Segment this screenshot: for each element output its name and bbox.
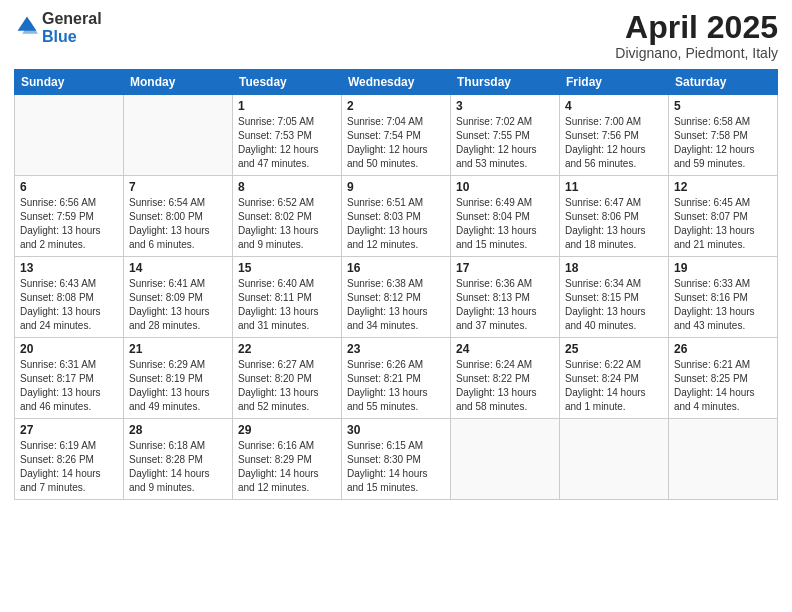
- day-cell-1-2: 8Sunrise: 6:52 AMSunset: 8:02 PMDaylight…: [233, 176, 342, 257]
- day-info: Sunrise: 6:26 AMSunset: 8:21 PMDaylight:…: [347, 358, 445, 414]
- day-cell-3-0: 20Sunrise: 6:31 AMSunset: 8:17 PMDayligh…: [15, 338, 124, 419]
- day-cell-3-2: 22Sunrise: 6:27 AMSunset: 8:20 PMDayligh…: [233, 338, 342, 419]
- day-cell-3-6: 26Sunrise: 6:21 AMSunset: 8:25 PMDayligh…: [669, 338, 778, 419]
- day-number: 26: [674, 342, 772, 356]
- day-number: 29: [238, 423, 336, 437]
- day-number: 12: [674, 180, 772, 194]
- col-wednesday: Wednesday: [342, 70, 451, 95]
- day-number: 30: [347, 423, 445, 437]
- day-number: 19: [674, 261, 772, 275]
- day-number: 20: [20, 342, 118, 356]
- day-info: Sunrise: 6:58 AMSunset: 7:58 PMDaylight:…: [674, 115, 772, 171]
- day-number: 1: [238, 99, 336, 113]
- day-info: Sunrise: 6:49 AMSunset: 8:04 PMDaylight:…: [456, 196, 554, 252]
- week-row-3: 13Sunrise: 6:43 AMSunset: 8:08 PMDayligh…: [15, 257, 778, 338]
- day-info: Sunrise: 6:33 AMSunset: 8:16 PMDaylight:…: [674, 277, 772, 333]
- day-info: Sunrise: 6:36 AMSunset: 8:13 PMDaylight:…: [456, 277, 554, 333]
- day-cell-3-1: 21Sunrise: 6:29 AMSunset: 8:19 PMDayligh…: [124, 338, 233, 419]
- day-info: Sunrise: 6:24 AMSunset: 8:22 PMDaylight:…: [456, 358, 554, 414]
- logo-icon: [16, 15, 38, 37]
- day-info: Sunrise: 6:18 AMSunset: 8:28 PMDaylight:…: [129, 439, 227, 495]
- day-info: Sunrise: 6:40 AMSunset: 8:11 PMDaylight:…: [238, 277, 336, 333]
- col-thursday: Thursday: [451, 70, 560, 95]
- day-cell-2-5: 18Sunrise: 6:34 AMSunset: 8:15 PMDayligh…: [560, 257, 669, 338]
- weekday-header-row: Sunday Monday Tuesday Wednesday Thursday…: [15, 70, 778, 95]
- day-cell-2-1: 14Sunrise: 6:41 AMSunset: 8:09 PMDayligh…: [124, 257, 233, 338]
- day-info: Sunrise: 6:38 AMSunset: 8:12 PMDaylight:…: [347, 277, 445, 333]
- day-cell-0-5: 4Sunrise: 7:00 AMSunset: 7:56 PMDaylight…: [560, 95, 669, 176]
- day-cell-0-1: [124, 95, 233, 176]
- day-info: Sunrise: 6:43 AMSunset: 8:08 PMDaylight:…: [20, 277, 118, 333]
- location: Divignano, Piedmont, Italy: [615, 45, 778, 61]
- day-number: 24: [456, 342, 554, 356]
- day-number: 2: [347, 99, 445, 113]
- day-info: Sunrise: 7:05 AMSunset: 7:53 PMDaylight:…: [238, 115, 336, 171]
- day-number: 4: [565, 99, 663, 113]
- day-number: 14: [129, 261, 227, 275]
- day-info: Sunrise: 6:29 AMSunset: 8:19 PMDaylight:…: [129, 358, 227, 414]
- day-cell-0-3: 2Sunrise: 7:04 AMSunset: 7:54 PMDaylight…: [342, 95, 451, 176]
- day-number: 16: [347, 261, 445, 275]
- day-cell-1-1: 7Sunrise: 6:54 AMSunset: 8:00 PMDaylight…: [124, 176, 233, 257]
- day-cell-3-5: 25Sunrise: 6:22 AMSunset: 8:24 PMDayligh…: [560, 338, 669, 419]
- day-number: 27: [20, 423, 118, 437]
- day-cell-1-0: 6Sunrise: 6:56 AMSunset: 7:59 PMDaylight…: [15, 176, 124, 257]
- day-info: Sunrise: 6:27 AMSunset: 8:20 PMDaylight:…: [238, 358, 336, 414]
- day-info: Sunrise: 6:51 AMSunset: 8:03 PMDaylight:…: [347, 196, 445, 252]
- day-info: Sunrise: 6:52 AMSunset: 8:02 PMDaylight:…: [238, 196, 336, 252]
- day-info: Sunrise: 6:34 AMSunset: 8:15 PMDaylight:…: [565, 277, 663, 333]
- col-friday: Friday: [560, 70, 669, 95]
- day-cell-1-5: 11Sunrise: 6:47 AMSunset: 8:06 PMDayligh…: [560, 176, 669, 257]
- week-row-5: 27Sunrise: 6:19 AMSunset: 8:26 PMDayligh…: [15, 419, 778, 500]
- day-cell-4-3: 30Sunrise: 6:15 AMSunset: 8:30 PMDayligh…: [342, 419, 451, 500]
- day-info: Sunrise: 6:15 AMSunset: 8:30 PMDaylight:…: [347, 439, 445, 495]
- day-number: 10: [456, 180, 554, 194]
- day-cell-4-1: 28Sunrise: 6:18 AMSunset: 8:28 PMDayligh…: [124, 419, 233, 500]
- day-info: Sunrise: 7:02 AMSunset: 7:55 PMDaylight:…: [456, 115, 554, 171]
- day-info: Sunrise: 6:31 AMSunset: 8:17 PMDaylight:…: [20, 358, 118, 414]
- month-title: April 2025: [615, 10, 778, 45]
- day-number: 5: [674, 99, 772, 113]
- title-block: April 2025 Divignano, Piedmont, Italy: [615, 10, 778, 61]
- day-number: 6: [20, 180, 118, 194]
- day-cell-3-3: 23Sunrise: 6:26 AMSunset: 8:21 PMDayligh…: [342, 338, 451, 419]
- day-number: 25: [565, 342, 663, 356]
- day-number: 11: [565, 180, 663, 194]
- day-cell-2-3: 16Sunrise: 6:38 AMSunset: 8:12 PMDayligh…: [342, 257, 451, 338]
- day-number: 28: [129, 423, 227, 437]
- day-cell-2-0: 13Sunrise: 6:43 AMSunset: 8:08 PMDayligh…: [15, 257, 124, 338]
- day-cell-0-4: 3Sunrise: 7:02 AMSunset: 7:55 PMDaylight…: [451, 95, 560, 176]
- logo-blue-text: Blue: [42, 28, 77, 45]
- day-cell-4-0: 27Sunrise: 6:19 AMSunset: 8:26 PMDayligh…: [15, 419, 124, 500]
- day-cell-4-4: [451, 419, 560, 500]
- logo-general-text: General: [42, 10, 102, 28]
- week-row-4: 20Sunrise: 6:31 AMSunset: 8:17 PMDayligh…: [15, 338, 778, 419]
- day-number: 22: [238, 342, 336, 356]
- day-number: 7: [129, 180, 227, 194]
- day-cell-4-5: [560, 419, 669, 500]
- day-number: 21: [129, 342, 227, 356]
- day-cell-2-2: 15Sunrise: 6:40 AMSunset: 8:11 PMDayligh…: [233, 257, 342, 338]
- day-cell-1-3: 9Sunrise: 6:51 AMSunset: 8:03 PMDaylight…: [342, 176, 451, 257]
- day-number: 18: [565, 261, 663, 275]
- page-header: General Blue April 2025 Divignano, Piedm…: [14, 10, 778, 61]
- day-info: Sunrise: 6:19 AMSunset: 8:26 PMDaylight:…: [20, 439, 118, 495]
- day-cell-2-6: 19Sunrise: 6:33 AMSunset: 8:16 PMDayligh…: [669, 257, 778, 338]
- day-info: Sunrise: 6:41 AMSunset: 8:09 PMDaylight:…: [129, 277, 227, 333]
- col-saturday: Saturday: [669, 70, 778, 95]
- day-info: Sunrise: 7:04 AMSunset: 7:54 PMDaylight:…: [347, 115, 445, 171]
- day-number: 3: [456, 99, 554, 113]
- day-info: Sunrise: 6:21 AMSunset: 8:25 PMDaylight:…: [674, 358, 772, 414]
- day-number: 17: [456, 261, 554, 275]
- day-number: 15: [238, 261, 336, 275]
- day-info: Sunrise: 6:45 AMSunset: 8:07 PMDaylight:…: [674, 196, 772, 252]
- day-cell-4-2: 29Sunrise: 6:16 AMSunset: 8:29 PMDayligh…: [233, 419, 342, 500]
- day-info: Sunrise: 6:56 AMSunset: 7:59 PMDaylight:…: [20, 196, 118, 252]
- day-cell-2-4: 17Sunrise: 6:36 AMSunset: 8:13 PMDayligh…: [451, 257, 560, 338]
- week-row-2: 6Sunrise: 6:56 AMSunset: 7:59 PMDaylight…: [15, 176, 778, 257]
- day-cell-3-4: 24Sunrise: 6:24 AMSunset: 8:22 PMDayligh…: [451, 338, 560, 419]
- col-sunday: Sunday: [15, 70, 124, 95]
- day-info: Sunrise: 7:00 AMSunset: 7:56 PMDaylight:…: [565, 115, 663, 171]
- day-cell-0-2: 1Sunrise: 7:05 AMSunset: 7:53 PMDaylight…: [233, 95, 342, 176]
- week-row-1: 1Sunrise: 7:05 AMSunset: 7:53 PMDaylight…: [15, 95, 778, 176]
